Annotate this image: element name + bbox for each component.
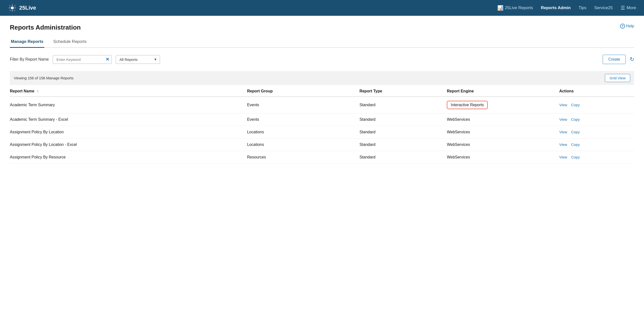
cell-report-engine: Interactive Reports bbox=[447, 97, 559, 113]
action-copy-link[interactable]: Copy bbox=[571, 117, 580, 122]
logo[interactable]: 25Live bbox=[8, 4, 497, 12]
cell-actions: ViewCopy bbox=[559, 139, 634, 151]
svg-marker-0 bbox=[12, 4, 13, 6]
col-type-label: Report Type bbox=[360, 89, 382, 93]
grid-view-label: Grid View bbox=[610, 76, 626, 80]
create-button[interactable]: Create bbox=[603, 55, 626, 64]
cell-report-type: Standard bbox=[360, 113, 447, 126]
clear-keyword-button[interactable]: ✕ bbox=[106, 57, 109, 62]
table-head: Report Name ↑ Report Group Report Type R… bbox=[10, 85, 634, 97]
cell-report-engine: WebServices bbox=[447, 139, 559, 151]
table-header-row-cols: Report Name ↑ Report Group Report Type R… bbox=[10, 85, 634, 97]
col-header-name[interactable]: Report Name ↑ bbox=[10, 85, 247, 97]
viewing-text: Viewing 156 of 156 Manage Reports bbox=[14, 76, 605, 80]
table-header-row: Viewing 156 of 156 Manage Reports Grid V… bbox=[10, 71, 634, 85]
nav-link-service25[interactable]: Service25 bbox=[594, 6, 613, 10]
cell-report-type: Standard bbox=[360, 139, 447, 151]
col-header-engine: Report Engine bbox=[447, 85, 559, 97]
cell-actions: ViewCopy bbox=[559, 151, 634, 164]
logo-text: 25Live bbox=[19, 5, 36, 11]
nav-tips-label: Tips bbox=[578, 6, 586, 10]
cell-report-name: Assignment Policy By Location - Excel bbox=[10, 139, 247, 151]
main-content: Reports Administration ? Help Manage Rep… bbox=[0, 16, 644, 171]
action-copy-link[interactable]: Copy bbox=[571, 142, 580, 147]
help-label: Help bbox=[626, 24, 634, 28]
action-view-link[interactable]: View bbox=[559, 117, 567, 122]
table-row: Assignment Policy By ResourceResourcesSt… bbox=[10, 151, 634, 164]
nav-link-reports-admin[interactable]: Reports Admin bbox=[541, 6, 571, 10]
action-view-link[interactable]: View bbox=[559, 155, 567, 159]
refresh-button[interactable]: ↻ bbox=[630, 56, 634, 63]
bar-chart-icon: 📊 bbox=[497, 5, 504, 11]
cell-report-engine: WebServices bbox=[447, 126, 559, 139]
cell-actions: ViewCopy bbox=[559, 97, 634, 113]
col-header-group: Report Group bbox=[247, 85, 360, 97]
engine-highlight-badge: Interactive Reports bbox=[447, 101, 488, 109]
cell-report-type: Standard bbox=[360, 151, 447, 164]
svg-marker-4 bbox=[9, 5, 10, 7]
svg-marker-6 bbox=[9, 10, 11, 11]
col-header-type: Report Type bbox=[360, 85, 447, 97]
nav-service25-label: Service25 bbox=[594, 6, 613, 10]
svg-marker-3 bbox=[14, 8, 16, 8]
cell-report-group: Resources bbox=[247, 151, 360, 164]
nav-link-more[interactable]: ☰ More bbox=[620, 5, 636, 11]
col-name-label: Report Name bbox=[10, 89, 34, 93]
table-row: Assignment Policy By Location - ExcelLoc… bbox=[10, 139, 634, 151]
svg-marker-2 bbox=[8, 8, 10, 8]
cell-report-group: Events bbox=[247, 113, 360, 126]
table-row: Assignment Policy By LocationLocationsSt… bbox=[10, 126, 634, 139]
keyword-input[interactable] bbox=[53, 55, 112, 64]
nav-links: 📊 25Live Reports Reports Admin Tips Serv… bbox=[497, 5, 636, 11]
action-view-link[interactable]: View bbox=[559, 142, 567, 147]
col-actions-label: Actions bbox=[559, 89, 574, 93]
action-copy-link[interactable]: Copy bbox=[571, 155, 580, 159]
logo-icon bbox=[8, 4, 17, 12]
cell-report-type: Standard bbox=[360, 97, 447, 113]
report-filter-select-wrap: All Reports Events Locations Resources C… bbox=[116, 55, 160, 64]
hamburger-icon: ☰ bbox=[620, 5, 625, 11]
cell-report-group: Locations bbox=[247, 126, 360, 139]
svg-marker-7 bbox=[13, 10, 16, 11]
action-view-link[interactable]: View bbox=[559, 130, 567, 134]
refresh-icon: ↻ bbox=[630, 56, 634, 62]
page-header: Reports Administration ? Help bbox=[10, 24, 634, 31]
cell-report-group: Events bbox=[247, 97, 360, 113]
report-table: Report Name ↑ Report Group Report Type R… bbox=[10, 85, 634, 164]
nav-reports-label: 25Live Reports bbox=[505, 6, 533, 10]
cell-report-name: Assignment Policy By Resource bbox=[10, 151, 247, 164]
nav-reports-admin-label: Reports Admin bbox=[541, 6, 571, 10]
cell-report-engine: WebServices bbox=[447, 113, 559, 126]
tab-manage-reports-label: Manage Reports bbox=[11, 39, 43, 44]
tab-schedule-reports[interactable]: Schedule Reports bbox=[52, 36, 88, 48]
action-copy-link[interactable]: Copy bbox=[571, 130, 580, 134]
tab-manage-reports[interactable]: Manage Reports bbox=[10, 36, 44, 48]
col-engine-label: Report Engine bbox=[447, 89, 474, 93]
col-group-label: Report Group bbox=[247, 89, 273, 93]
tabs: Manage Reports Schedule Reports bbox=[10, 36, 634, 48]
cell-report-name: Academic Term Summary bbox=[10, 97, 247, 113]
nav-link-tips[interactable]: Tips bbox=[578, 6, 586, 10]
svg-point-8 bbox=[11, 7, 14, 9]
grid-view-button[interactable]: Grid View bbox=[605, 74, 630, 82]
help-link[interactable]: ? Help bbox=[620, 24, 634, 29]
cell-report-engine: WebServices bbox=[447, 151, 559, 164]
nav-link-25live-reports[interactable]: 📊 25Live Reports bbox=[497, 5, 533, 11]
nav-more-label: More bbox=[626, 6, 636, 10]
cell-report-type: Standard bbox=[360, 126, 447, 139]
table-row: Academic Term SummaryEventsStandardInter… bbox=[10, 97, 634, 113]
table-body: Academic Term SummaryEventsStandardInter… bbox=[10, 97, 634, 164]
svg-marker-1 bbox=[12, 10, 13, 12]
svg-marker-5 bbox=[14, 5, 16, 7]
help-circle-icon: ? bbox=[620, 24, 625, 29]
action-view-link[interactable]: View bbox=[559, 103, 567, 107]
filter-label: Filter By Report Name bbox=[10, 57, 49, 62]
top-navigation: 25Live 📊 25Live Reports Reports Admin Ti… bbox=[0, 0, 644, 16]
cell-report-group: Locations bbox=[247, 139, 360, 151]
action-copy-link[interactable]: Copy bbox=[571, 103, 580, 107]
sort-arrow-icon: ↑ bbox=[37, 89, 39, 93]
filter-row: Filter By Report Name ✕ All Reports Even… bbox=[10, 55, 634, 64]
report-filter-select[interactable]: All Reports Events Locations Resources C… bbox=[116, 55, 160, 64]
table-row: Academic Term Summary - ExcelEventsStand… bbox=[10, 113, 634, 126]
cell-actions: ViewCopy bbox=[559, 126, 634, 139]
